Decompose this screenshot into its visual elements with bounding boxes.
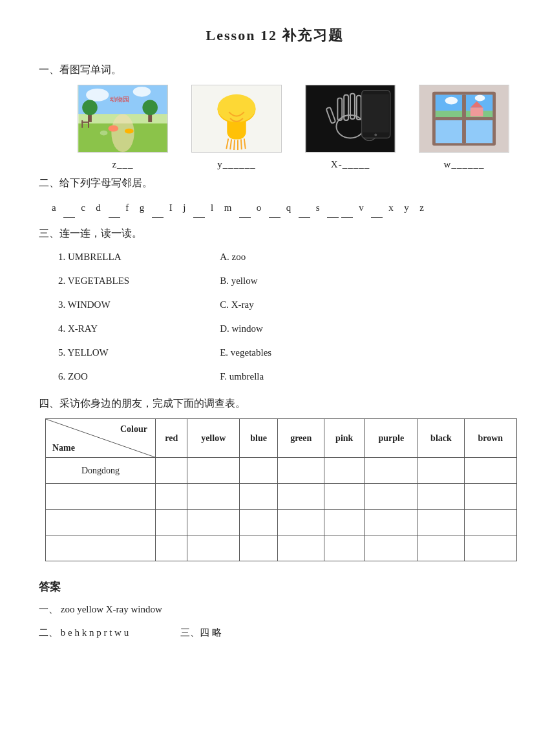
window-item: w______ — [419, 85, 509, 170]
row1-black — [418, 458, 464, 484]
blank8 — [327, 198, 339, 218]
svg-point-37 — [374, 134, 377, 136]
svg-rect-42 — [436, 120, 463, 143]
row2-blue — [239, 484, 277, 510]
svg-rect-13 — [81, 120, 83, 128]
answer-line1-label: 一、 — [39, 604, 58, 614]
color-header-purple: purple — [365, 419, 418, 458]
row1-blue — [239, 458, 277, 484]
row3-red — [156, 510, 187, 535]
row1-red — [156, 458, 187, 484]
row2-name — [46, 484, 156, 510]
match-left-6: 6. ZOO — [58, 368, 129, 385]
row1-green — [278, 458, 324, 484]
images-row: 动物园 z___ y__ — [78, 85, 511, 170]
row3-name — [46, 510, 156, 535]
color-header-red: red — [156, 419, 187, 458]
answer-line1: 一、 zoo yellow X-ray window — [39, 599, 511, 619]
svg-point-7 — [82, 100, 98, 116]
row4-purple — [365, 535, 418, 561]
row1-yellow — [187, 458, 239, 484]
svg-point-12 — [100, 131, 108, 136]
color-header-pink: pink — [324, 419, 365, 458]
table-row-1: Dongdong — [46, 458, 517, 484]
table-row-2 — [46, 484, 517, 510]
row4-black — [418, 535, 464, 561]
row2-brown — [464, 484, 516, 510]
blank10 — [371, 198, 383, 218]
match-right-6: F. umbrella — [220, 368, 271, 385]
svg-rect-48 — [471, 107, 483, 116]
match-right-4: D. window — [220, 320, 271, 338]
svg-point-10 — [108, 125, 118, 132]
scarf-image — [191, 85, 282, 153]
row2-green — [278, 484, 324, 510]
svg-point-20 — [218, 94, 256, 122]
row3-brown — [464, 510, 516, 535]
blank3 — [152, 198, 164, 218]
page-title: Lesson 12 补充习题 — [39, 26, 511, 45]
row3-pink — [324, 510, 365, 535]
svg-text:动物园: 动物园 — [110, 96, 129, 103]
match-right-3: C. X-ray — [220, 296, 271, 314]
section2-label: 二、给下列字母写邻居。 — [39, 177, 511, 190]
scarf-label: y______ — [217, 159, 256, 170]
scarf-item: y______ — [191, 85, 282, 170]
row4-red — [156, 535, 187, 561]
answer-line2-label: 二、 — [39, 627, 58, 638]
blank7 — [299, 198, 310, 218]
svg-line-23 — [234, 140, 235, 150]
answer-line2-part1: 二、 b e h k n p r t w u — [39, 623, 129, 642]
row2-black — [418, 484, 464, 510]
zoo-label: z___ — [112, 159, 133, 170]
match-right: A. zoo B. yellow C. X-ray D. window E. v… — [220, 248, 271, 385]
row3-green — [278, 510, 324, 535]
row4-green — [278, 535, 324, 561]
section1-label: 一、看图写单词。 — [39, 63, 511, 77]
color-header-brown: brown — [464, 419, 516, 458]
match-left-1: 1. UMBRELLA — [58, 248, 129, 266]
row4-name — [46, 535, 156, 561]
table-row-4 — [46, 535, 517, 561]
blank2 — [109, 198, 120, 218]
row4-pink — [324, 535, 365, 561]
row3-yellow — [187, 510, 239, 535]
row3-blue — [239, 510, 277, 535]
name-header-text: Name — [52, 443, 75, 453]
svg-rect-15 — [81, 122, 89, 123]
blank1 — [63, 198, 75, 218]
answer-line1-content: zoo yellow X-ray window — [61, 604, 162, 614]
answer-line3-content: 三、四 略 — [180, 623, 222, 642]
match-left-5: 5. YELLOW — [58, 344, 129, 362]
svg-point-45 — [445, 97, 458, 105]
row4-blue — [239, 535, 277, 561]
svg-point-11 — [125, 129, 134, 134]
answer-line2: 二、 b e h k n p r t w u 三、四 略 — [39, 623, 511, 642]
match-section: 1. UMBRELLA 2. VEGETABLES 3. WINDOW 4. X… — [58, 248, 511, 385]
row1-name: Dongdong — [46, 458, 156, 484]
match-left: 1. UMBRELLA 2. VEGETABLES 3. WINDOW 4. X… — [58, 248, 129, 385]
xray-image — [305, 85, 396, 153]
match-left-2: 2. VEGETABLES — [58, 272, 129, 290]
blank6 — [269, 198, 280, 218]
row4-yellow — [187, 535, 239, 561]
match-right-2: B. yellow — [220, 272, 271, 290]
match-left-3: 3. WINDOW — [58, 296, 129, 314]
match-right-1: A. zoo — [220, 248, 271, 266]
color-header-blue: blue — [239, 419, 277, 458]
svg-rect-43 — [465, 120, 492, 143]
blank9 — [341, 198, 353, 218]
color-header-green: green — [278, 419, 324, 458]
table-row-3 — [46, 510, 517, 535]
row1-brown — [464, 458, 516, 484]
window-image — [419, 85, 509, 153]
row2-pink — [324, 484, 365, 510]
match-right-5: E. vegetables — [220, 344, 271, 362]
svg-point-46 — [475, 95, 485, 102]
xray-label: X-_____ — [331, 159, 370, 170]
zoo-item: 动物园 z___ — [78, 85, 168, 170]
answers-title: 答案 — [39, 579, 511, 594]
window-label: w______ — [444, 159, 485, 170]
svg-line-25 — [241, 139, 242, 149]
section4-label: 四、采访你身边的朋友，完成下面的调查表。 — [39, 397, 511, 411]
